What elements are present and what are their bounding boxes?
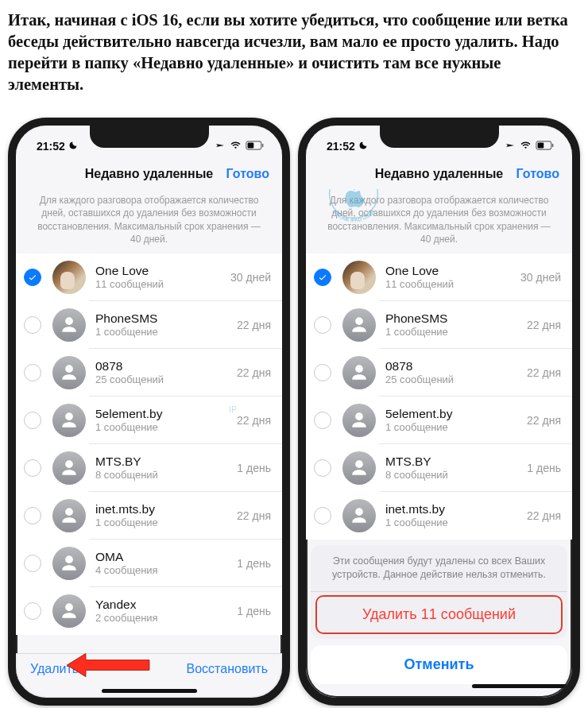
delete-button[interactable]: Удалить [30, 662, 79, 676]
conversation-name: inet.mts.by [95, 502, 237, 516]
row-main: 5element.by1 сообщение [385, 407, 527, 433]
conversation-row[interactable]: MTS.BY8 сообщений1 день [16, 444, 282, 492]
contact-avatar-placeholder [342, 451, 376, 485]
selection-checkbox[interactable] [24, 412, 41, 429]
conversation-row[interactable]: 087825 сообщений22 дня [16, 349, 282, 397]
days-remaining: 30 дней [520, 271, 561, 284]
selection-checkbox[interactable] [24, 507, 41, 524]
home-indicator [472, 684, 567, 688]
contact-avatar-placeholder [52, 499, 86, 532]
sheet-cancel-button[interactable]: Отменить [311, 645, 567, 684]
contact-avatar-placeholder [52, 308, 86, 342]
conversation-row[interactable]: MTS.BY8 сообщений1 день [306, 444, 572, 492]
dnd-moon-icon [68, 140, 78, 153]
screenshots-row: 21:52 Недавно удаленные Готово [8, 118, 580, 706]
restore-button[interactable]: Восстановить [187, 662, 268, 676]
conversation-row[interactable]: 5element.by1 сообщение22 дня [16, 397, 282, 444]
nav-bar: Недавно удаленные Готово [306, 159, 572, 189]
notch [90, 126, 209, 148]
airplane-icon [505, 140, 516, 153]
conversation-name: 0878 [95, 359, 237, 373]
conversations-list: One Love11 сообщений30 днейPhoneSMS1 соо… [16, 253, 282, 635]
selection-checkbox[interactable] [314, 412, 331, 429]
sheet-message: Эти сообщения будут удалены со всех Ваши… [311, 545, 567, 591]
header-description: Для каждого разговора отображается колич… [306, 189, 572, 253]
contact-avatar-placeholder [52, 356, 86, 389]
message-count: 11 сообщений [95, 278, 230, 291]
selection-checkbox[interactable] [24, 364, 41, 381]
selection-checkbox[interactable] [314, 316, 331, 334]
svg-rect-1 [262, 144, 264, 147]
sheet-delete-button[interactable]: Удалить 11 сообщений [315, 595, 563, 634]
message-count: 1 сообщение [95, 516, 237, 529]
conversation-row[interactable]: 087825 сообщений22 дня [306, 349, 572, 397]
message-count: 25 сообщений [385, 373, 527, 386]
selection-checkbox[interactable] [24, 316, 41, 334]
conversation-name: MTS.BY [385, 455, 527, 469]
done-button[interactable]: Готово [516, 167, 559, 181]
conversation-row[interactable]: One Love11 сообщений30 дней [306, 253, 572, 301]
conversation-row[interactable]: PhoneSMS1 сообщение22 дня [16, 301, 282, 349]
conversation-name: inet.mts.by [385, 502, 527, 516]
selection-checkbox[interactable] [314, 269, 331, 286]
conversation-name: PhoneSMS [385, 311, 527, 326]
selection-checkbox[interactable] [314, 459, 331, 477]
conversation-row[interactable]: PhoneSMS1 сообщение22 дня [306, 301, 572, 349]
row-main: 087825 сообщений [95, 359, 237, 385]
done-button[interactable]: Готово [226, 167, 269, 181]
selection-checkbox[interactable] [24, 555, 41, 572]
action-sheet: Эти сообщения будут удалены со всех Ваши… [311, 545, 567, 693]
airplane-icon [215, 140, 226, 153]
selection-checkbox[interactable] [24, 602, 41, 620]
conversation-row[interactable]: Yandex2 сообщения1 день [16, 587, 282, 635]
phone-right: MADE FOR IPHONE IPAD USER 21:52 [298, 118, 580, 706]
conversation-row[interactable]: inet.mts.by1 сообщение22 дня [16, 492, 282, 540]
days-remaining: 30 дней [230, 271, 271, 284]
row-main: inet.mts.by1 сообщение [385, 502, 527, 528]
wifi-icon [230, 140, 242, 153]
dnd-moon-icon [358, 140, 368, 153]
days-remaining: 22 дня [237, 414, 271, 427]
contact-avatar-placeholder [52, 451, 86, 485]
conversation-name: 5element.by [385, 407, 527, 421]
message-count: 8 сообщений [385, 469, 527, 482]
days-remaining: 22 дня [527, 319, 561, 331]
battery-icon [536, 140, 555, 153]
row-main: 5element.by1 сообщение [95, 407, 237, 433]
message-count: 25 сообщений [95, 373, 237, 386]
conversation-row[interactable]: inet.mts.by1 сообщение22 дня [306, 492, 572, 540]
wifi-icon [520, 140, 532, 153]
row-main: MTS.BY8 сообщений [385, 455, 527, 481]
message-count: 8 сообщений [95, 469, 237, 482]
conversation-name: OMA [95, 550, 237, 564]
conversation-name: One Love [95, 264, 230, 278]
selection-checkbox[interactable] [314, 507, 331, 524]
days-remaining: 22 дня [527, 509, 561, 522]
row-main: PhoneSMS1 сообщение [95, 311, 237, 338]
message-count: 2 сообщения [95, 612, 237, 625]
days-remaining: 22 дня [237, 319, 271, 331]
message-count: 1 сообщение [385, 516, 527, 529]
selection-checkbox[interactable] [314, 364, 331, 381]
message-count: 1 сообщение [95, 326, 237, 339]
message-count: 1 сообщение [95, 421, 237, 434]
article-paragraph: Итак, начиная с iOS 16, если вы хотите у… [8, 10, 580, 95]
row-main: OMA4 сообщения [95, 550, 237, 576]
status-time: 21:52 [327, 140, 355, 153]
conversation-row[interactable]: OMA4 сообщения1 день [16, 540, 282, 587]
contact-avatar-placeholder [342, 356, 376, 389]
row-main: One Love11 сообщений [95, 264, 230, 290]
days-remaining: 22 дня [527, 414, 561, 427]
conversation-name: PhoneSMS [95, 311, 237, 326]
conversation-row[interactable]: 5element.by1 сообщение22 дня [306, 397, 572, 444]
conversation-name: MTS.BY [95, 455, 237, 469]
nav-title: Недавно удаленные [85, 167, 214, 181]
days-remaining: 1 день [237, 557, 271, 570]
nav-bar: Недавно удаленные Готово [16, 159, 282, 189]
contact-avatar-placeholder [52, 547, 86, 580]
conversation-row[interactable]: One Love11 сообщений30 дней [16, 253, 282, 301]
selection-checkbox[interactable] [24, 269, 41, 286]
bottom-toolbar: Удалить Восстановить [16, 653, 282, 698]
days-remaining: 22 дня [237, 509, 271, 522]
selection-checkbox[interactable] [24, 459, 41, 477]
